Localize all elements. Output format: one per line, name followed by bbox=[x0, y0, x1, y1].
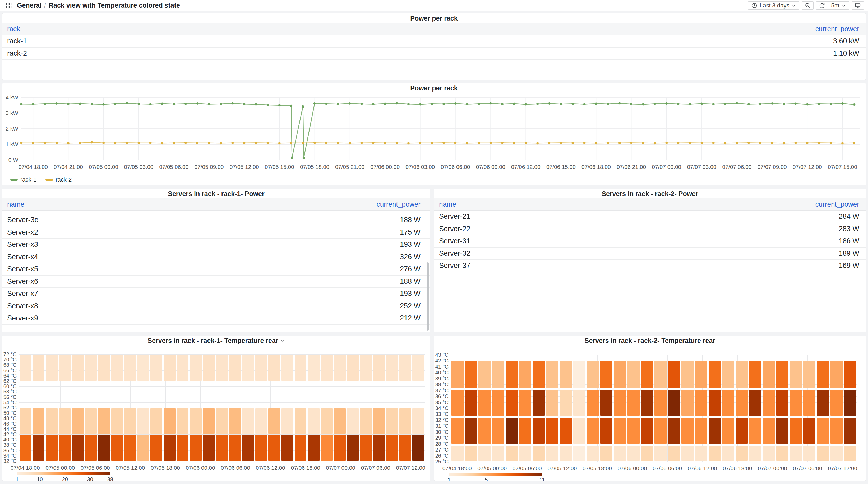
column-header-current_power[interactable]: current_power bbox=[216, 200, 430, 208]
heatmap-cell bbox=[560, 446, 572, 460]
y-axis-label: 50 °C bbox=[2, 410, 17, 416]
cell-name: Server-32 bbox=[439, 249, 470, 258]
cell-name: Server-x4 bbox=[7, 253, 38, 261]
svg-text:07/04 21:00: 07/04 21:00 bbox=[54, 164, 83, 170]
legend-item-rack-1[interactable]: rack-1 bbox=[10, 176, 36, 183]
cell-value: 189 W bbox=[839, 249, 859, 258]
heatmap-cell bbox=[347, 409, 359, 433]
cell-value: 326 W bbox=[400, 253, 421, 261]
heatmap-cell bbox=[412, 435, 424, 461]
y-axis-label: 40 °C bbox=[434, 369, 448, 376]
panel-title[interactable]: Power per rack bbox=[2, 83, 866, 93]
cell-value: 1.10 kW bbox=[833, 50, 859, 58]
heatmap-cell bbox=[150, 435, 162, 461]
time-series-plot[interactable]: 0 W1 kW2 kW3 kW4 kW07/04 18:0007/04 21:0… bbox=[2, 93, 866, 173]
zoom-out-button[interactable] bbox=[802, 1, 813, 9]
rack1-temperature-heatmap[interactable]: 72 °C70 °C68 °C66 °C64 °C62 °C60 °C58 °C… bbox=[2, 336, 430, 481]
cell-value: 186 W bbox=[839, 237, 859, 245]
power-per-rack-table: rackcurrent_powerrack-13.60 kWrack-21.10… bbox=[2, 23, 866, 60]
y-axis-label: 42 °C bbox=[434, 358, 448, 363]
apps-grid-icon bbox=[5, 2, 12, 9]
heatmap-cell bbox=[229, 409, 241, 433]
heatmap-cell bbox=[844, 361, 856, 388]
heatmap-cell bbox=[124, 355, 136, 381]
heatmap-cell bbox=[452, 390, 464, 416]
cell-name: Server-x8 bbox=[7, 302, 38, 310]
heatmap-cell bbox=[308, 355, 319, 381]
table-row: rack-21.10 kW bbox=[2, 47, 866, 60]
rack2-temperature-heatmap[interactable]: 43 °C42 °C41 °C40 °C39 °C38 °C37 °C36 °C… bbox=[434, 336, 866, 481]
clock-icon bbox=[751, 3, 757, 8]
cell-value: 252 W bbox=[400, 302, 421, 310]
heatmap-cell bbox=[763, 361, 775, 388]
heatmap-cell bbox=[164, 355, 176, 381]
table-row: Server-32189 W bbox=[434, 248, 866, 260]
column-header-name[interactable]: name bbox=[434, 198, 650, 210]
heatmap-cell bbox=[216, 355, 228, 381]
cell-name: Server-31 bbox=[439, 237, 470, 245]
heatmap-cell bbox=[321, 435, 333, 461]
panel-title[interactable]: Servers in rack - rack-1- Power bbox=[2, 189, 430, 198]
table-scrollbar[interactable] bbox=[427, 262, 429, 330]
dashboard-title: Rack view with Temperature colored state bbox=[49, 2, 180, 9]
apps-grid-button[interactable] bbox=[4, 1, 13, 10]
cell-name: Server-3c bbox=[7, 216, 38, 224]
heatmap-cell bbox=[519, 390, 531, 416]
heatmap-cell bbox=[124, 409, 136, 433]
y-axis-label: 54 °C bbox=[2, 399, 17, 405]
heatmap-cell bbox=[641, 361, 653, 388]
heatmap-cell bbox=[668, 418, 680, 444]
column-header-name[interactable]: name bbox=[2, 198, 216, 210]
heatmap-cell bbox=[600, 446, 612, 460]
breadcrumb: General / Rack view with Temperature col… bbox=[17, 2, 180, 9]
time-range-picker[interactable]: Last 3 days bbox=[748, 1, 800, 9]
heatmap-cell bbox=[465, 418, 477, 444]
heatmap-cell bbox=[334, 355, 346, 381]
heatmap-cell bbox=[111, 355, 123, 381]
cell-value: 193 W bbox=[400, 240, 421, 249]
column-header-rack[interactable]: rack bbox=[2, 23, 434, 35]
heatmap-cell bbox=[654, 446, 666, 460]
heatmap-cell bbox=[709, 418, 721, 444]
svg-text:07/05 15:00: 07/05 15:00 bbox=[265, 164, 294, 170]
heatmap-cell bbox=[681, 418, 693, 444]
heatmap-cell bbox=[627, 361, 640, 388]
heatmap-cell bbox=[72, 409, 84, 433]
heatmap-cell bbox=[465, 446, 477, 460]
monitor-icon bbox=[855, 2, 861, 8]
heatmap-cell bbox=[844, 390, 856, 416]
svg-text:4 kW: 4 kW bbox=[5, 94, 18, 100]
heatmap-cell bbox=[150, 409, 162, 433]
legend-item-rack-2[interactable]: rack-2 bbox=[45, 176, 72, 183]
kiosk-mode-button[interactable] bbox=[852, 1, 864, 9]
top-nav-bar: General / Rack view with Temperature col… bbox=[0, 0, 868, 11]
heatmap-cell bbox=[177, 409, 189, 433]
panel-title[interactable]: Power per rack bbox=[2, 13, 866, 23]
column-header-current_power[interactable]: current_power bbox=[434, 25, 866, 33]
heatmap-cell bbox=[399, 409, 411, 433]
cell-name: Server-x2 bbox=[7, 228, 38, 236]
heatmap-cell bbox=[722, 418, 734, 444]
legend-label: rack-1 bbox=[20, 176, 36, 183]
heatmap-cell bbox=[321, 409, 333, 433]
heatmap-cell bbox=[399, 435, 411, 461]
y-axis-label: 52 °C bbox=[2, 405, 17, 411]
legend-swatch bbox=[10, 179, 18, 181]
cell-name: Server-21 bbox=[439, 213, 470, 221]
breadcrumb-folder[interactable]: General bbox=[17, 2, 41, 9]
panel-title[interactable]: Servers in rack - rack-2- Power bbox=[434, 189, 866, 198]
heatmap-cell bbox=[695, 390, 707, 416]
heatmap-cell bbox=[654, 361, 666, 388]
cell-value: 3.60 kW bbox=[833, 37, 859, 45]
heatmap-cell bbox=[654, 418, 666, 444]
column-header-current_power[interactable]: current_power bbox=[650, 200, 866, 208]
cell-value: 276 W bbox=[400, 265, 421, 273]
refresh-interval-picker[interactable]: 5m bbox=[828, 1, 849, 9]
svg-text:07/07 12:00: 07/07 12:00 bbox=[793, 164, 822, 170]
annotation-line[interactable] bbox=[95, 354, 95, 461]
refresh-button[interactable] bbox=[816, 1, 828, 9]
table-row: Server-x8252 W bbox=[2, 300, 430, 313]
heatmap-cell bbox=[627, 446, 640, 460]
heatmap-cell bbox=[33, 355, 45, 381]
y-axis-label: 29 °C bbox=[434, 435, 448, 441]
